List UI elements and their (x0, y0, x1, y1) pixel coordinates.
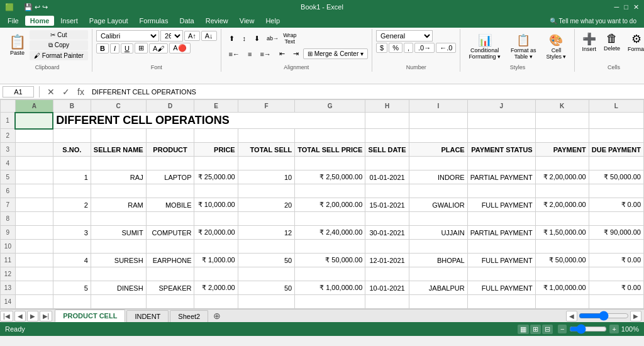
col-header-k[interactable]: K (535, 100, 589, 113)
col-header-a[interactable]: A (15, 100, 53, 113)
cut-button[interactable]: ✂ Cut (30, 30, 88, 40)
cell-b2[interactable] (53, 129, 91, 143)
format-as-table-button[interactable]: 📋 Format asTable ▾ (506, 30, 541, 63)
italic-button[interactable]: I (110, 43, 119, 53)
cell-g2[interactable] (295, 129, 365, 143)
cell-e7[interactable]: ₹ 10,000.00 (194, 198, 238, 212)
cell-b9[interactable]: 3 (53, 226, 91, 240)
cell-c8[interactable] (91, 212, 146, 226)
page-break-view-button[interactable]: ⊟ (542, 325, 553, 334)
align-left-button[interactable]: ≡← (225, 48, 243, 60)
col-header-l[interactable]: L (589, 100, 643, 113)
cell-d9[interactable]: COMPUTER (146, 226, 194, 240)
cell-e4[interactable] (194, 157, 238, 170)
cell-styles-button[interactable]: 🎨 CellStyles ▾ (541, 30, 570, 63)
cell-k2[interactable] (535, 129, 589, 143)
cell-h13[interactable]: 10-01-2021 (365, 281, 409, 295)
cell-l12[interactable] (589, 267, 643, 281)
font-color-button[interactable]: A🔴 (169, 43, 190, 53)
cell-f9[interactable]: 12 (238, 226, 294, 240)
cell-l14[interactable] (589, 295, 643, 309)
zoom-in-button[interactable]: + (609, 325, 618, 333)
font-size-select[interactable]: 26 (160, 30, 183, 42)
col-header-c[interactable]: C (91, 100, 146, 113)
cell-c9[interactable]: SUMIT (91, 226, 146, 240)
cell-f10[interactable] (238, 240, 294, 254)
cell-e12[interactable] (194, 267, 238, 281)
cell-l13[interactable]: ₹ 0.00 (589, 281, 643, 295)
cell-a4[interactable] (15, 157, 53, 170)
number-format-select[interactable]: General (376, 30, 433, 42)
cell-i9[interactable]: UJJAIN (409, 226, 467, 240)
decrease-font-button[interactable]: A↓ (201, 31, 217, 41)
cell-l1[interactable] (589, 113, 643, 129)
cell-i11[interactable]: BHOPAL (409, 254, 467, 267)
cell-h3[interactable]: SELL DATE (365, 143, 409, 157)
comma-button[interactable]: , (404, 43, 413, 53)
cell-i10[interactable] (409, 240, 467, 254)
cell-d6[interactable] (146, 184, 194, 198)
cell-d12[interactable] (146, 267, 194, 281)
cell-d2[interactable] (146, 129, 194, 143)
cell-b11[interactable]: 4 (53, 254, 91, 267)
cell-j12[interactable] (467, 267, 535, 281)
cell-h10[interactable] (365, 240, 409, 254)
cell-a6[interactable] (15, 184, 53, 198)
cell-k9[interactable]: ₹ 1,50,000.00 (535, 226, 589, 240)
tell-me[interactable]: 🔍 Tell me what you want to do (550, 18, 636, 25)
cell-c13[interactable]: DINESH (91, 281, 146, 295)
cell-c7[interactable]: RAM (91, 198, 146, 212)
cell-b4[interactable] (53, 157, 91, 170)
cell-d11[interactable]: EARPHONE (146, 254, 194, 267)
next-sheet-button[interactable]: ▶ (27, 311, 38, 321)
cell-c2[interactable] (91, 129, 146, 143)
cell-b8[interactable] (53, 212, 91, 226)
cell-i1[interactable] (409, 113, 467, 129)
cell-f4[interactable] (238, 157, 294, 170)
cell-e13[interactable]: ₹ 2,000.00 (194, 281, 238, 295)
cell-b5[interactable]: 1 (53, 170, 91, 184)
conditional-formatting-button[interactable]: 📊 ConditionalFormatting ▾ (464, 30, 505, 63)
cell-g3[interactable]: TOTAL SELL PRICE (295, 143, 365, 157)
format-cells-button[interactable]: ⚙ Format (625, 30, 644, 54)
cell-k4[interactable] (535, 157, 589, 170)
cell-k5[interactable]: ₹ 2,00,000.00 (535, 170, 589, 184)
add-sheet-button[interactable]: ⊕ (209, 310, 225, 322)
borders-button[interactable]: ⊞ (135, 43, 148, 53)
menu-formulas[interactable]: Formulas (135, 16, 174, 26)
cell-b7[interactable]: 2 (53, 198, 91, 212)
text-direction-button[interactable]: ab→ (267, 35, 279, 42)
cell-g4[interactable] (295, 157, 365, 170)
cell-e10[interactable] (194, 240, 238, 254)
cell-a5[interactable] (15, 170, 53, 184)
align-right-button[interactable]: ≡→ (256, 48, 274, 60)
sheet-tab-product-cell[interactable]: PRODUCT CELL (55, 310, 125, 322)
cell-j4[interactable] (467, 157, 535, 170)
cell-l11[interactable]: ₹ 0.00 (589, 254, 643, 267)
cell-j7[interactable]: FULL PAYMENT (467, 198, 535, 212)
cell-h12[interactable] (365, 267, 409, 281)
cell-h2[interactable] (365, 129, 409, 143)
cell-l7[interactable]: ₹ 0.00 (589, 198, 643, 212)
cell-i13[interactable]: JABALPUR (409, 281, 467, 295)
decrease-indent-button[interactable]: ⇤ (275, 48, 289, 60)
cell-j10[interactable] (467, 240, 535, 254)
align-top-button[interactable]: ⬆ (225, 33, 238, 45)
cell-e11[interactable]: ₹ 1,000.00 (194, 254, 238, 267)
cell-j11[interactable]: FULL PAYMENT (467, 254, 535, 267)
col-header-b[interactable]: B (53, 100, 91, 113)
cell-b10[interactable] (53, 240, 91, 254)
cell-i14[interactable] (409, 295, 467, 309)
cell-k1[interactable] (535, 113, 589, 129)
cell-e9[interactable]: ₹ 20,000.00 (194, 226, 238, 240)
cell-f7[interactable]: 20 (238, 198, 294, 212)
cell-i5[interactable]: INDORE (409, 170, 467, 184)
currency-button[interactable]: $ (376, 43, 387, 53)
cell-l9[interactable]: ₹ 90,000.00 (589, 226, 643, 240)
col-header-g[interactable]: G (295, 100, 365, 113)
cell-a14[interactable] (15, 295, 53, 309)
cell-b12[interactable] (53, 267, 91, 281)
fill-color-button[interactable]: A🖌 (149, 43, 168, 53)
cell-g9[interactable]: ₹ 2,40,000.00 (295, 226, 365, 240)
cell-j3[interactable]: PAYMENT STATUS (467, 143, 535, 157)
